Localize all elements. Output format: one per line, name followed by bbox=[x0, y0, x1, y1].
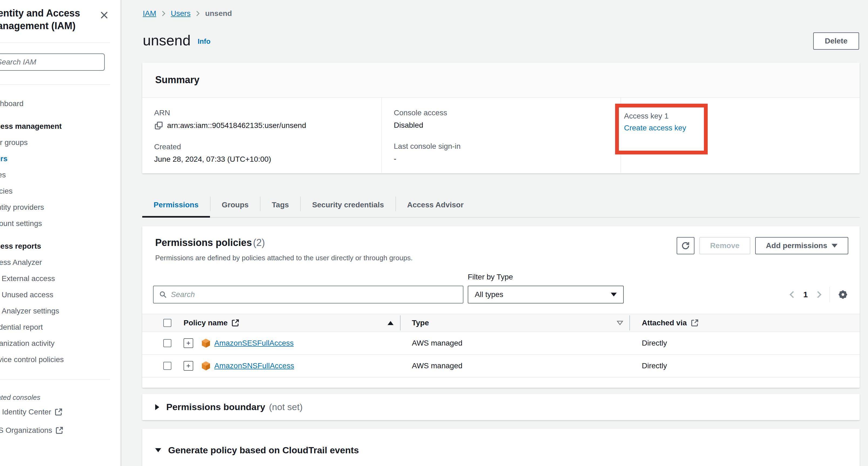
chevron-right-icon bbox=[161, 10, 166, 17]
remove-button[interactable]: Remove bbox=[699, 237, 750, 254]
column-label: Type bbox=[412, 319, 429, 327]
pagination: 1 bbox=[789, 286, 849, 304]
sidebar-item-service-control-policies[interactable]: Service control policies bbox=[0, 351, 110, 368]
sidebar-item-analyzer-settings[interactable]: Analyzer settings bbox=[0, 303, 110, 319]
gear-icon[interactable] bbox=[837, 289, 849, 301]
summary-card-header: Summary bbox=[142, 63, 860, 98]
sidebar-section-access-reports: Access reports bbox=[0, 238, 110, 254]
tab-access-advisor[interactable]: Access Advisor bbox=[396, 193, 475, 217]
column-label: Attached via bbox=[642, 319, 687, 327]
managed-policy-icon bbox=[201, 361, 211, 371]
add-permissions-button[interactable]: Add permissions bbox=[755, 237, 848, 254]
tab-permissions[interactable]: Permissions bbox=[142, 193, 210, 217]
current-page-number[interactable]: 1 bbox=[803, 290, 808, 299]
column-header-attached-via[interactable]: Attached via bbox=[642, 319, 699, 327]
table-row: AmazonSESFullAccess AWS managed Directly bbox=[142, 332, 860, 355]
sort-inactive-icon[interactable] bbox=[616, 320, 623, 325]
external-link-icon bbox=[231, 319, 239, 327]
link-label: IAM Identity Center bbox=[0, 408, 51, 416]
page-title: unsend bbox=[143, 32, 191, 49]
column-header-policy-name[interactable]: Policy name bbox=[184, 319, 239, 327]
previous-page-icon[interactable] bbox=[789, 290, 795, 299]
console-access-value: Disabled bbox=[394, 121, 423, 130]
policies-title: Permissions policies bbox=[155, 237, 252, 248]
tab-security-credentials[interactable]: Security credentials bbox=[301, 193, 395, 217]
row-checkbox[interactable] bbox=[163, 339, 172, 347]
attached-via-cell: Directly bbox=[642, 362, 667, 370]
type-filter-select[interactable]: All types bbox=[468, 286, 624, 304]
policy-type-cell: AWS managed bbox=[412, 339, 462, 347]
info-link[interactable]: Info bbox=[197, 37, 211, 45]
next-page-icon[interactable] bbox=[816, 290, 823, 299]
sidebar-item-policies[interactable]: Policies bbox=[0, 183, 110, 199]
summary-body: ARN arn:aws:iam::905418462135:user/unsen… bbox=[142, 98, 860, 173]
sidebar-link-aws-organizations[interactable]: AWS Organizations bbox=[0, 422, 110, 438]
filter-by-type-label: Filter by Type bbox=[468, 273, 513, 281]
sort-ascending-icon[interactable] bbox=[388, 321, 394, 325]
permissions-boundary-section[interactable]: Permissions boundary (not set) bbox=[142, 394, 860, 420]
sidebar-item-roles[interactable]: Roles bbox=[0, 167, 110, 183]
policy-search-box bbox=[153, 286, 463, 304]
policies-card-header: Permissions policies (2) Permissions are… bbox=[142, 226, 860, 262]
last-signin-label: Last console sign-in bbox=[394, 142, 620, 151]
expand-row-icon[interactable] bbox=[184, 338, 193, 348]
breadcrumb-users[interactable]: Users bbox=[171, 9, 191, 18]
table-header-row: Policy name Type Attached via bbox=[142, 314, 860, 332]
search-iam-input[interactable] bbox=[0, 54, 105, 71]
search-icon bbox=[159, 290, 167, 299]
sidebar-item-users[interactable]: Users bbox=[0, 151, 110, 167]
create-access-key-link[interactable]: Create access key bbox=[624, 124, 704, 132]
generate-policy-title: Generate policy based on CloudTrail even… bbox=[168, 445, 359, 456]
sidebar-item-dashboard[interactable]: Dashboard bbox=[0, 96, 110, 112]
sidebar-item-user-groups[interactable]: User groups bbox=[0, 134, 110, 151]
select-all-checkbox[interactable] bbox=[163, 319, 172, 327]
console-access-label: Console access bbox=[394, 108, 620, 117]
caret-down-icon bbox=[832, 244, 837, 248]
sidebar-item-external-access[interactable]: External access bbox=[0, 271, 110, 287]
divider bbox=[829, 287, 830, 302]
sidebar-item-unused-access[interactable]: Unused access bbox=[0, 287, 110, 303]
delete-button[interactable]: Delete bbox=[813, 32, 859, 50]
sidebar-item-identity-providers[interactable]: Identity providers bbox=[0, 199, 110, 215]
caret-right-icon bbox=[155, 404, 159, 410]
sidebar-item-access-analyzer[interactable]: Access Analyzer bbox=[0, 254, 110, 271]
policies-count: (2) bbox=[253, 237, 265, 248]
table-row: AmazonSNSFullAccess AWS managed Directly bbox=[142, 355, 860, 377]
tab-groups[interactable]: Groups bbox=[211, 193, 260, 217]
breadcrumb: IAM Users unsend bbox=[143, 9, 232, 18]
summary-col-console: Console access Disabled Last console sig… bbox=[381, 98, 620, 173]
link-label: AWS Organizations bbox=[0, 426, 52, 435]
policy-type-cell: AWS managed bbox=[412, 362, 462, 370]
arn-value: arn:aws:iam::905418462135:user/unsend bbox=[167, 121, 306, 130]
permissions-policies-card: Permissions policies (2) Permissions are… bbox=[142, 226, 860, 388]
related-consoles-heading: Related consoles bbox=[0, 393, 110, 402]
policy-search-input[interactable] bbox=[171, 290, 458, 299]
attached-via-cell: Directly bbox=[642, 339, 667, 347]
refresh-button[interactable] bbox=[677, 237, 694, 254]
close-icon[interactable] bbox=[97, 8, 111, 22]
column-header-type[interactable]: Type bbox=[412, 319, 429, 327]
summary-col-arn: ARN arn:aws:iam::905418462135:user/unsen… bbox=[142, 98, 381, 173]
sidebar-link-iam-identity-center[interactable]: IAM Identity Center bbox=[0, 404, 110, 420]
summary-title: Summary bbox=[155, 74, 199, 86]
row-checkbox[interactable] bbox=[163, 362, 172, 370]
generate-policy-section[interactable]: Generate policy based on CloudTrail even… bbox=[142, 429, 860, 466]
iam-sidebar: Identity and Access Management (IAM) Das… bbox=[0, 0, 121, 466]
sidebar-item-account-settings[interactable]: Account settings bbox=[0, 215, 110, 231]
permissions-boundary-status: (not set) bbox=[269, 402, 303, 412]
copy-icon[interactable] bbox=[154, 121, 163, 130]
tab-tags[interactable]: Tags bbox=[260, 193, 300, 217]
sidebar-nav: Dashboard Access management User groups … bbox=[0, 96, 110, 368]
chevron-right-icon bbox=[195, 10, 200, 17]
policies-table: Policy name Type Attached via bbox=[142, 314, 860, 377]
external-link-icon bbox=[55, 426, 63, 434]
breadcrumb-iam[interactable]: IAM bbox=[143, 9, 156, 18]
policy-link[interactable]: AmazonSNSFullAccess bbox=[214, 362, 294, 370]
expand-row-icon[interactable] bbox=[184, 361, 193, 371]
arn-label: ARN bbox=[154, 108, 381, 117]
sidebar-item-credential-report[interactable]: Credential report bbox=[0, 319, 110, 335]
sidebar-item-organization-activity[interactable]: Organization activity bbox=[0, 335, 110, 351]
summary-card: Summary ARN arn:aws:iam::905418462135:us… bbox=[142, 63, 860, 173]
created-label: Created bbox=[154, 143, 381, 151]
policy-link[interactable]: AmazonSESFullAccess bbox=[214, 339, 293, 347]
